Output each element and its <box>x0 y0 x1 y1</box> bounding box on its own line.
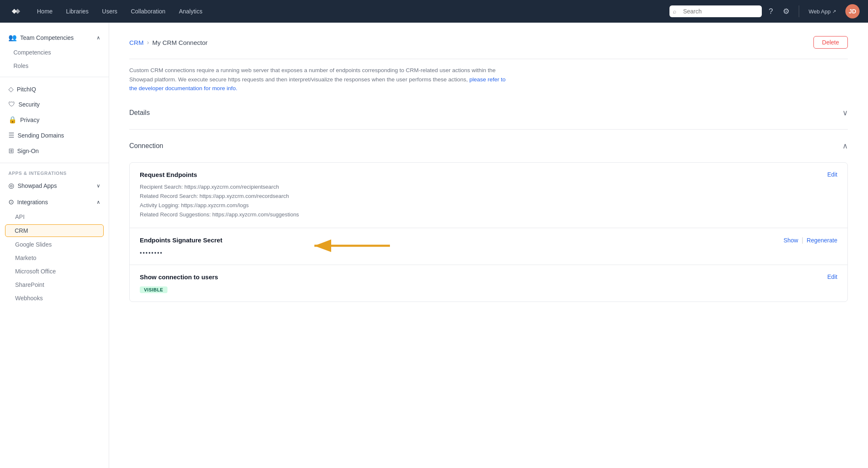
sidebar-label-privacy: Privacy <box>20 117 39 123</box>
main-content: CRM › My CRM Connector Delete Custom CRM… <box>109 23 868 468</box>
sidebar-pitchiq[interactable]: ◇ PitchIQ <box>0 81 109 97</box>
show-connection-row: Show connection to users VISIBLE Edit <box>130 265 847 302</box>
chevron-down-icon: ∨ <box>97 183 100 189</box>
apps-integrations-label: APPS & INTEGRATIONS <box>0 167 109 177</box>
sidebar-showpad-apps[interactable]: ◎ Showpad Apps ∨ <box>0 177 109 194</box>
show-connection-title: Show connection to users <box>140 273 837 281</box>
related-record-suggestions-line: Related Record Suggestions: https://app.… <box>140 210 837 219</box>
external-link-icon: ↗ <box>832 9 836 14</box>
sidebar-integrations[interactable]: ⊙ Integrations ∧ <box>0 194 109 210</box>
webapp-button[interactable]: Web App ↗ <box>805 7 839 16</box>
sidebar-item-competencies[interactable]: Competencies <box>0 46 109 59</box>
breadcrumb-crm-link[interactable]: CRM <box>129 39 144 46</box>
regenerate-button[interactable]: Regenerate <box>807 237 837 244</box>
integrations-icon: ⊙ <box>8 198 14 206</box>
showpad-apps-icon: ◎ <box>8 182 14 190</box>
webapp-label: Web App <box>808 8 831 15</box>
signature-dots: •••••••• <box>140 250 837 256</box>
sidebar-label-showpad-apps: Showpad Apps <box>18 182 57 189</box>
sidebar-sending-domains[interactable]: ☰ Sending Domains <box>0 127 109 143</box>
details-title: Details <box>129 109 150 117</box>
details-section-header[interactable]: Details ∨ <box>129 103 848 122</box>
connection-section-header[interactable]: Connection ∧ <box>129 136 848 156</box>
request-endpoints-row: Request Endpoints Recipient Search: http… <box>130 163 847 228</box>
nav-users[interactable]: Users <box>97 5 123 17</box>
breadcrumb: CRM › My CRM Connector Delete <box>129 36 848 49</box>
request-endpoints-body: Recipient Search: https://app.xyzcrm.com… <box>140 182 837 219</box>
endpoints-signature-row: Endpoints Signature Secret •••••••• <box>130 228 847 265</box>
nav-libraries[interactable]: Libraries <box>61 5 94 17</box>
signature-actions: Show | Regenerate <box>784 237 837 244</box>
shield-icon: 🛡 <box>8 101 15 108</box>
nav-divider <box>799 5 799 17</box>
sidebar-item-microsoft-office[interactable]: Microsoft Office <box>0 265 109 278</box>
sidebar-privacy[interactable]: 🔒 Privacy <box>0 112 109 127</box>
page-layout: 👥 Team Competencies ∧ Competencies Roles… <box>0 23 868 468</box>
connection-box: Request Endpoints Recipient Search: http… <box>129 162 848 302</box>
recipient-search-line: Recipient Search: https://app.xyzcrm.com… <box>140 182 837 192</box>
delete-button[interactable]: Delete <box>813 36 848 49</box>
details-chevron-icon: ∨ <box>842 108 848 117</box>
sidebar-item-api[interactable]: API <box>0 210 109 224</box>
search-input[interactable] <box>669 5 762 17</box>
help-icon[interactable]: ? <box>765 5 776 18</box>
activity-logging-line: Activity Logging: https://app.xyzcrm.com… <box>140 201 837 210</box>
avatar[interactable]: JD <box>845 4 860 18</box>
sidebar-label-team-competencies: Team Competencies <box>20 34 74 41</box>
info-text: Custom CRM connections require a running… <box>129 66 507 93</box>
visible-badge: VISIBLE <box>140 286 167 293</box>
request-endpoints-title: Request Endpoints <box>140 171 837 178</box>
search-icon: ⌕ <box>673 8 676 15</box>
sidebar-label-security: Security <box>18 101 40 108</box>
sidebar-sign-on[interactable]: ⊞ Sign-On <box>0 143 109 159</box>
connection-chevron-icon: ∧ <box>842 141 848 151</box>
related-record-search-line: Related Record Search: https://app.xyzcr… <box>140 192 837 201</box>
sidebar-item-crm[interactable]: CRM <box>5 224 104 237</box>
sidebar-item-sharepoint[interactable]: SharePoint <box>0 278 109 291</box>
nav-home[interactable]: Home <box>32 5 58 17</box>
sidebar-label-integrations: Integrations <box>17 199 48 205</box>
sidebar-divider-1 <box>0 77 109 77</box>
pitchiq-icon: ◇ <box>8 85 13 93</box>
sending-domains-icon: ☰ <box>8 131 14 139</box>
search-wrapper: ⌕ <box>669 5 762 17</box>
show-button[interactable]: Show <box>784 237 798 244</box>
connection-title: Connection <box>129 142 163 150</box>
chevron-up-icon-2: ∧ <box>97 199 100 205</box>
sidebar-security[interactable]: 🛡 Security <box>0 97 109 112</box>
endpoints-signature-title: Endpoints Signature Secret <box>140 237 837 244</box>
show-connection-edit-button[interactable]: Edit <box>827 273 837 280</box>
sidebar-item-roles[interactable]: Roles <box>0 59 109 73</box>
breadcrumb-separator: › <box>147 39 149 46</box>
logo[interactable] <box>8 4 24 19</box>
settings-icon[interactable]: ⚙ <box>779 4 793 18</box>
nav-analytics[interactable]: Analytics <box>174 5 207 17</box>
details-divider <box>129 129 848 130</box>
info-text-1: Custom CRM connections require a running… <box>129 67 496 83</box>
sidebar-label-sign-on: Sign-On <box>17 148 39 154</box>
sidebar-item-marketo[interactable]: Marketo <box>0 251 109 265</box>
top-navigation: Home Libraries Users Collaboration Analy… <box>0 0 868 23</box>
sidebar-label-pitchiq: PitchIQ <box>17 86 36 93</box>
nav-collaboration[interactable]: Collaboration <box>126 5 171 17</box>
sidebar-label-sending-domains: Sending Domains <box>18 132 64 139</box>
sidebar-team-competencies[interactable]: 👥 Team Competencies ∧ <box>0 29 109 46</box>
request-endpoints-edit-button[interactable]: Edit <box>827 171 837 178</box>
sign-on-icon: ⊞ <box>8 147 14 155</box>
sidebar-item-google-slides[interactable]: Google Slides <box>0 238 109 251</box>
sidebar: 👥 Team Competencies ∧ Competencies Roles… <box>0 23 109 468</box>
sidebar-item-webhooks[interactable]: Webhooks <box>0 291 109 305</box>
team-icon: 👥 <box>8 34 17 42</box>
top-divider <box>129 59 848 59</box>
breadcrumb-current: My CRM Connector <box>152 39 208 46</box>
chevron-up-icon: ∧ <box>97 35 100 41</box>
privacy-icon: 🔒 <box>8 116 17 124</box>
sidebar-divider-2 <box>0 163 109 163</box>
